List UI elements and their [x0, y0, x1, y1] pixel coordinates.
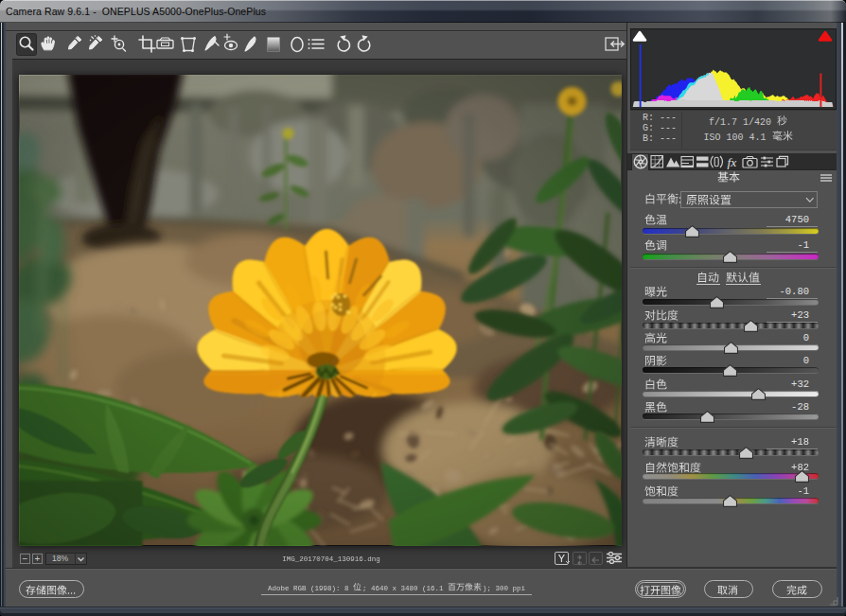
svg-text:fx: fx — [728, 155, 737, 169]
